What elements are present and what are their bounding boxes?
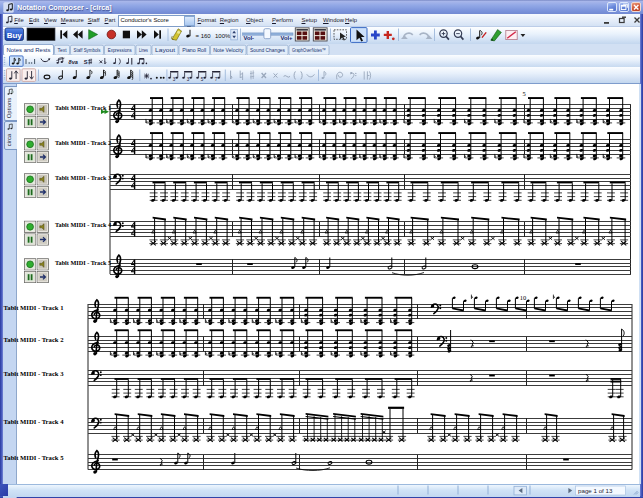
svg-text:Tablt MIDI - Track 1: Tablt MIDI - Track 1 xyxy=(55,104,111,111)
svg-text:10: 10 xyxy=(520,294,527,301)
svg-text:Tablt MIDI - Track 5: Tablt MIDI - Track 5 xyxy=(4,454,65,461)
svg-text:Tablt MIDI - Track 3: Tablt MIDI - Track 3 xyxy=(55,174,112,181)
svg-text:Tablt MIDI - Track 5: Tablt MIDI - Track 5 xyxy=(55,259,112,266)
svg-text:Tablt MIDI - Track 2: Tablt MIDI - Track 2 xyxy=(55,139,112,146)
svg-text:Tablt MIDI - Track 2: Tablt MIDI - Track 2 xyxy=(4,336,65,343)
svg-text:Tablt MIDI - Track 4: Tablt MIDI - Track 4 xyxy=(55,221,112,228)
svg-text:5: 5 xyxy=(522,90,525,97)
svg-text:Tablt MIDI - Track 3: Tablt MIDI - Track 3 xyxy=(4,370,65,377)
svg-text:Tablt MIDI - Track 4: Tablt MIDI - Track 4 xyxy=(4,418,65,425)
svg-text:Tablt MIDI - Track 1: Tablt MIDI - Track 1 xyxy=(4,304,64,311)
